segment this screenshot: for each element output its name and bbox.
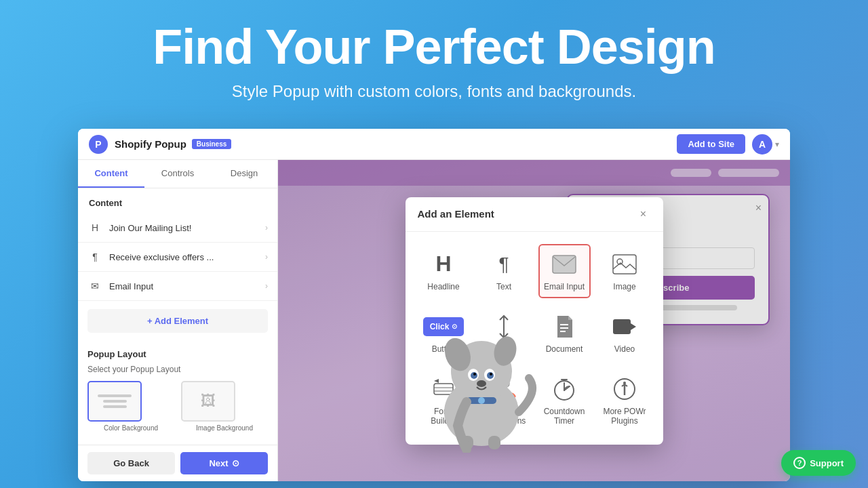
main-content: Content Controls Design Content H Join O… xyxy=(78,160,790,481)
element-image[interactable]: Image xyxy=(599,244,651,298)
element-label: Document xyxy=(546,344,583,354)
app-window: P Shopify Popup Business Add to Site A ▾… xyxy=(78,129,790,481)
thumb-line xyxy=(103,400,127,403)
modal-header: Add an Element × xyxy=(406,197,663,232)
list-item[interactable]: ✉ Email Input › xyxy=(78,272,277,301)
user-avatar: A xyxy=(752,134,772,155)
chevron-right-icon: › xyxy=(265,223,268,232)
chevron-down-icon: ▾ xyxy=(775,140,779,149)
document-icon xyxy=(547,313,581,340)
color-background-thumb[interactable] xyxy=(87,381,142,422)
color-bg-label: Color Background xyxy=(87,424,174,432)
svg-marker-8 xyxy=(631,323,636,330)
svg-point-29 xyxy=(477,380,486,387)
svg-rect-1 xyxy=(613,255,636,274)
headline-icon: H xyxy=(427,251,460,278)
svg-point-28 xyxy=(490,373,492,375)
hero-subtitle: Style Popup with custom colors, fonts an… xyxy=(14,82,854,101)
modal-close-button[interactable]: × xyxy=(636,207,651,222)
list-item[interactable]: ¶ Receive exclusive offers ... › xyxy=(78,243,277,272)
sidebar-body: Content H Join Our Mailing List! › ¶ Rec… xyxy=(78,188,277,445)
element-more-plugins[interactable]: More POWr Plugins xyxy=(599,369,651,432)
chevron-right-icon: › xyxy=(265,281,268,291)
chevron-right-icon: › xyxy=(265,252,268,262)
element-label: Text xyxy=(496,282,511,291)
item-text-1: Join Our Mailing List! xyxy=(109,223,265,233)
layout-option-image[interactable]: 🖼 Image Background xyxy=(181,381,268,432)
countdown-icon xyxy=(547,375,581,403)
popup-layout-title: Popup Layout xyxy=(87,349,268,359)
sidebar: Content Controls Design Content H Join O… xyxy=(78,160,278,481)
element-label: Video xyxy=(614,344,635,354)
sidebar-tabs: Content Controls Design xyxy=(78,160,277,188)
app-name: Shopify Popup xyxy=(115,138,186,150)
thumb-line xyxy=(103,405,127,408)
paragraph-icon: ¶ xyxy=(87,249,102,264)
element-label: Email Input xyxy=(544,282,585,291)
image-bg-label: Image Background xyxy=(181,424,268,432)
topbar: P Shopify Popup Business Add to Site A ▾ xyxy=(78,129,790,160)
dog-mascot xyxy=(420,317,542,453)
element-text[interactable]: ¶ Text xyxy=(478,244,530,298)
element-video[interactable]: Video xyxy=(599,306,651,361)
plan-badge: Business xyxy=(192,139,231,149)
image-icon xyxy=(608,251,642,278)
modal-title: Add an Element xyxy=(418,208,494,220)
svg-rect-7 xyxy=(613,319,631,334)
element-countdown[interactable]: Countdown Timer xyxy=(538,369,591,432)
tab-design[interactable]: Design xyxy=(211,160,277,188)
element-label: Headline xyxy=(427,282,459,291)
preview-area: × …ist! …ht to your Subscribe Add an Ele… xyxy=(278,160,790,481)
hero-section: Find Your Perfect Design Style Popup wit… xyxy=(0,0,868,115)
support-button[interactable]: ? Support xyxy=(781,450,856,476)
svg-point-31 xyxy=(478,397,485,404)
element-label: More POWr Plugins xyxy=(603,407,647,426)
svg-rect-33 xyxy=(488,436,500,449)
popup-layout-subtitle: Select your Popup Layout xyxy=(87,365,268,374)
svg-rect-0 xyxy=(553,256,576,273)
email-input-icon xyxy=(547,251,581,278)
svg-point-18 xyxy=(623,382,626,384)
svg-rect-5 xyxy=(560,327,568,329)
svg-point-27 xyxy=(473,373,476,375)
app-logo: P xyxy=(89,135,108,154)
content-section-title: Content xyxy=(78,188,277,214)
arrow-right-icon: ⊙ xyxy=(232,458,239,468)
video-icon xyxy=(608,313,642,340)
svg-rect-6 xyxy=(560,331,566,332)
image-background-thumb[interactable]: 🖼 xyxy=(181,381,235,422)
element-label: Image xyxy=(613,282,635,291)
hero-title: Find Your Perfect Design xyxy=(14,20,854,74)
element-label: Countdown Timer xyxy=(542,407,587,426)
text-icon: ¶ xyxy=(487,251,521,278)
email-icon: ✉ xyxy=(87,279,102,293)
more-plugins-icon xyxy=(608,375,642,403)
add-to-site-button[interactable]: Add to Site xyxy=(677,134,745,154)
headline-icon: H xyxy=(87,220,102,235)
support-icon: ? xyxy=(793,457,806,469)
element-headline[interactable]: H Headline xyxy=(418,244,470,298)
support-label: Support xyxy=(810,458,844,468)
go-back-button[interactable]: Go Back xyxy=(87,452,175,474)
next-button[interactable]: Next ⊙ xyxy=(180,452,268,474)
logo-letter: P xyxy=(95,139,101,150)
thumb-line xyxy=(98,394,132,397)
add-element-button[interactable]: + Add Element xyxy=(87,309,268,333)
item-text-3: Email Input xyxy=(109,281,265,291)
tab-content[interactable]: Content xyxy=(78,160,144,188)
layout-option-color[interactable]: Color Background xyxy=(87,381,174,432)
item-text-2: Receive exclusive offers ... xyxy=(109,252,265,262)
popup-layout-section: Popup Layout Select your Popup Layout Co… xyxy=(78,341,277,440)
svg-rect-4 xyxy=(560,324,568,325)
sidebar-footer: Go Back Next ⊙ xyxy=(78,445,277,481)
layout-options: Color Background 🖼 Image Background xyxy=(87,381,268,432)
tab-controls[interactable]: Controls xyxy=(144,160,211,188)
element-email-input[interactable]: Email Input xyxy=(538,244,591,298)
list-item[interactable]: H Join Our Mailing List! › xyxy=(78,214,277,243)
element-document[interactable]: Document xyxy=(538,306,591,361)
